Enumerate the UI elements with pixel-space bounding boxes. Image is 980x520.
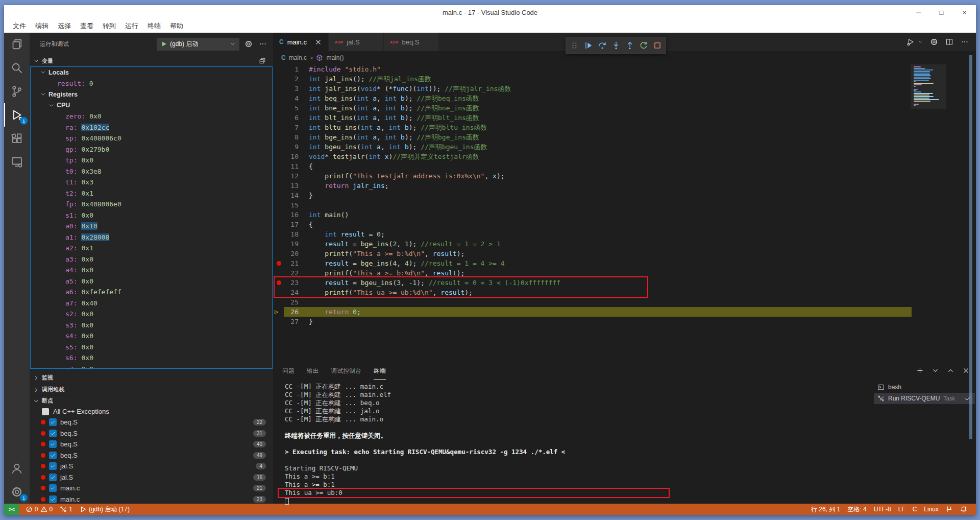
- variable-row[interactable]: t2:0x1: [31, 188, 272, 199]
- notifications-status[interactable]: [957, 506, 971, 513]
- code-line[interactable]: 17{: [273, 220, 976, 229]
- menu-item-0[interactable]: 文件: [8, 19, 31, 33]
- activity-remote-explorer[interactable]: [4, 150, 30, 174]
- activity-source-control[interactable]: [4, 80, 30, 103]
- editor-scrollbar[interactable]: [969, 55, 972, 439]
- checkbox-checked[interactable]: [49, 474, 57, 481]
- code-line[interactable]: 14}: [273, 191, 976, 200]
- stop-button[interactable]: [650, 38, 664, 52]
- variable-row[interactable]: sp:0x408006c0: [31, 133, 272, 144]
- code-line[interactable]: 15: [273, 200, 976, 210]
- variable-row[interactable]: result:0: [31, 78, 272, 89]
- status-right-2[interactable]: UTF-8: [870, 506, 895, 513]
- status-right-3[interactable]: LF: [895, 506, 909, 513]
- status-right-4[interactable]: C: [909, 506, 921, 513]
- menu-item-7[interactable]: 帮助: [165, 19, 188, 33]
- code-editor[interactable]: 1#include "stdio.h"2int jal_ins(); //声明j…: [273, 64, 976, 363]
- panel-tab-输出[interactable]: 输出: [307, 363, 319, 380]
- code-line[interactable]: 25: [273, 297, 976, 307]
- breakpoint-row[interactable]: beq.S22: [30, 417, 273, 428]
- status-right-1[interactable]: 空格: 4: [844, 505, 870, 514]
- tree-group-cpu[interactable]: CPU: [31, 100, 272, 111]
- breakpoint-row[interactable]: beq.S49: [30, 450, 273, 461]
- gear-icon[interactable]: [930, 38, 938, 46]
- terminal-output[interactable]: CC -[M] 正在构建 ... main.cCC -[M] 正在构建 ... …: [285, 383, 565, 505]
- breadcrumb-symbol[interactable]: main(): [326, 54, 344, 61]
- breakpoint-row[interactable]: beq.S40: [30, 439, 273, 450]
- variable-row[interactable]: t1:0x3: [31, 177, 272, 188]
- code-line[interactable]: 9int bgeu_ins(int a, int b); //声明bgeu_in…: [273, 142, 976, 152]
- tab-jal.S[interactable]: ASMjal.S: [329, 33, 384, 51]
- variable-row[interactable]: gp:0x279b0: [31, 144, 272, 155]
- section-variables[interactable]: 变量: [30, 55, 273, 66]
- panel-action-chevron-up[interactable]: [947, 367, 954, 376]
- menu-item-5[interactable]: 运行: [120, 19, 143, 33]
- activity-debug[interactable]: 1: [4, 103, 30, 127]
- variable-row[interactable]: s7:0x0: [31, 364, 272, 369]
- breakpoint-row[interactable]: jal.S4: [30, 461, 273, 472]
- menu-item-1[interactable]: 编辑: [31, 19, 53, 33]
- variable-row[interactable]: s3:0x0: [31, 320, 272, 331]
- status-right-0[interactable]: 行 26, 列 1: [807, 505, 844, 514]
- sidebar-more-actions-button[interactable]: [258, 39, 268, 49]
- variable-row[interactable]: tp:0x0: [31, 155, 272, 166]
- close-button[interactable]: ×: [953, 5, 976, 19]
- code-line[interactable]: 24 printf("This ua >= ub:%d\n", result);: [273, 288, 976, 297]
- code-line[interactable]: ▷26 return 0;: [273, 307, 976, 317]
- code-line[interactable]: 3int jalr_ins(void* (*func)(int)); //声明j…: [273, 84, 976, 93]
- activity-search[interactable]: [4, 56, 30, 80]
- section-breakpoints[interactable]: 断点: [30, 395, 273, 406]
- code-line[interactable]: 5int bne_ins(int a, int b); //声明bne_ins函…: [273, 103, 976, 113]
- collapse-all-icon[interactable]: [259, 57, 266, 64]
- code-line[interactable]: 27}: [273, 317, 976, 326]
- terminal-cursor[interactable]: [285, 498, 289, 505]
- variable-row[interactable]: a6:0xfefefeff: [31, 287, 272, 298]
- code-line[interactable]: 4int beq_ins(int a, int b); //声明beq_ins函…: [273, 93, 976, 103]
- menu-item-3[interactable]: 查看: [76, 19, 98, 33]
- tree-group-locals[interactable]: Locals: [31, 67, 272, 78]
- breadcrumb-file[interactable]: main.c: [289, 54, 307, 61]
- checkbox-checked[interactable]: [49, 440, 57, 448]
- checkbox-checked[interactable]: [49, 452, 57, 459]
- step-out-button[interactable]: [623, 38, 636, 52]
- activity-files[interactable]: [4, 33, 30, 56]
- split-editor-icon[interactable]: [945, 38, 953, 46]
- code-line[interactable]: 1#include "stdio.h": [273, 64, 976, 74]
- code-line[interactable]: 11{: [273, 161, 976, 171]
- code-line[interactable]: 18 int result = 0;: [273, 229, 976, 239]
- minimize-button[interactable]: ─: [907, 5, 930, 19]
- variable-row[interactable]: s5:0x0: [31, 342, 272, 353]
- all-cpp-exceptions-row[interactable]: All C++ Exceptions: [30, 406, 273, 417]
- code-line[interactable]: 12 printf("This testjalr address is:0x%x…: [273, 171, 976, 181]
- code-line[interactable]: 8int bge_ins(int a, int b); //声明bge_ins函…: [273, 132, 976, 142]
- breakpoint-row[interactable]: main.c21: [30, 483, 273, 494]
- checkbox-checked[interactable]: [49, 430, 57, 437]
- activity-account[interactable]: [4, 457, 30, 480]
- variable-row[interactable]: a1:0x28008: [31, 232, 272, 243]
- restart-button[interactable]: [636, 38, 650, 52]
- variable-row[interactable]: a3:0x0: [31, 254, 272, 265]
- code-line[interactable]: 13 return jalr_ins;: [273, 181, 976, 191]
- code-line[interactable]: 2int jal_ins(); //声明jal_ins函数: [273, 74, 976, 84]
- status-right-5[interactable]: Linux: [920, 506, 942, 513]
- code-line[interactable]: 22 printf("This a >= b:%d\n", result);: [273, 268, 976, 278]
- debug-settings-gear-button[interactable]: [243, 39, 254, 49]
- panel-tab-调试控制台[interactable]: 调试控制台: [331, 363, 362, 380]
- checkbox-checked[interactable]: [49, 495, 57, 503]
- variable-row[interactable]: ra:0x102cc: [31, 122, 272, 133]
- variable-row[interactable]: a5:0x0: [31, 276, 272, 287]
- debug-status[interactable]: (gdb) 启动 (17): [76, 504, 133, 515]
- code-line[interactable]: 7int bltu_ins(int a, int b); //声明bltu_in…: [273, 123, 976, 132]
- checkbox-checked[interactable]: [49, 418, 57, 426]
- start-debug-icon[interactable]: [160, 40, 167, 48]
- panel-tab-问题[interactable]: 问题: [282, 363, 295, 380]
- checkbox-checked[interactable]: [49, 484, 57, 492]
- variable-row[interactable]: s6:0x0: [31, 352, 272, 364]
- breakpoint-row[interactable]: jal.S16: [30, 472, 273, 483]
- menu-item-4[interactable]: 转到: [98, 19, 120, 33]
- panel-action-close[interactable]: [962, 367, 970, 376]
- continue-button[interactable]: [581, 38, 595, 52]
- menu-item-6[interactable]: 终端: [143, 19, 165, 33]
- tab-beq.S[interactable]: ASMbeq.S: [384, 33, 439, 51]
- section-call-stack[interactable]: 调用堆栈: [30, 384, 273, 395]
